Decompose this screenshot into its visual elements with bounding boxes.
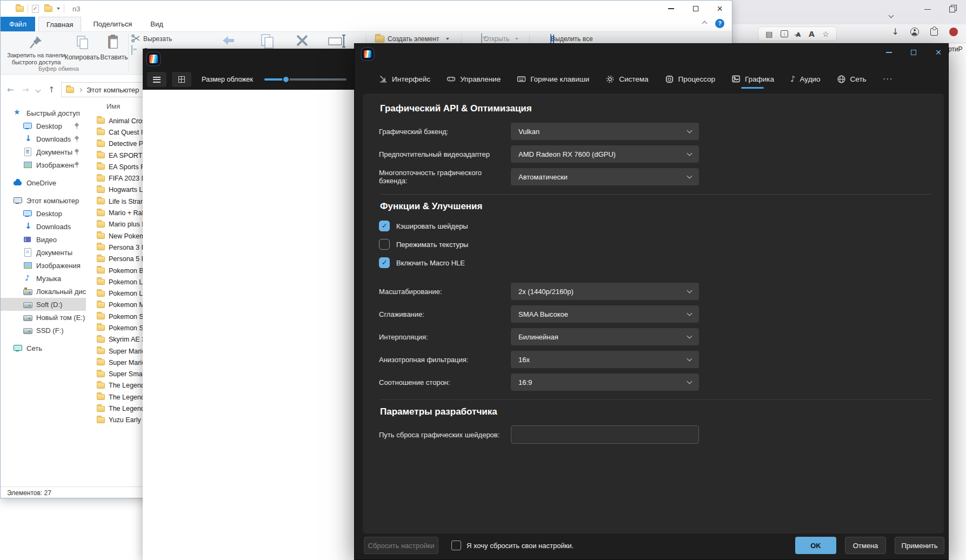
translate-page-icon[interactable]: A: [809, 30, 815, 38]
sidebar-item[interactable]: Видео: [1, 233, 86, 246]
apply-button[interactable]: Применить: [895, 537, 944, 554]
new-item-button[interactable]: Создать элемент: [388, 35, 439, 43]
copy-path-icon[interactable]: [131, 45, 132, 55]
sidebar-item[interactable]: Документы: [1, 145, 86, 158]
grid-view-button[interactable]: [172, 72, 191, 87]
checkbox-row[interactable]: Пережимать текстуры: [379, 239, 933, 250]
reading-list-icon[interactable]: ▤: [765, 30, 772, 38]
setting-dropdown[interactable]: AMD Radeon RX 7600 (dGPU): [511, 145, 699, 163]
sidebar-item[interactable]: Изображения: [1, 158, 86, 171]
copy-icon[interactable]: [75, 35, 89, 50]
sidebar-item[interactable]: Сеть: [1, 342, 86, 355]
reset-settings-button[interactable]: Сбросить настройки: [364, 537, 438, 554]
pin-icon[interactable]: [29, 35, 43, 50]
help-icon[interactable]: ?: [715, 19, 724, 28]
sidebar-item[interactable]: Новый том (E:): [1, 311, 86, 324]
browser-minimize-icon[interactable]: [924, 9, 931, 10]
tab-view[interactable]: Вид: [143, 17, 171, 31]
tab-interface[interactable]: Интерфейс: [379, 75, 430, 83]
paste-icon[interactable]: [106, 34, 121, 50]
shader-dump-path-input[interactable]: [511, 425, 699, 444]
select-all-button[interactable]: Выделить все: [551, 35, 593, 43]
setting-dropdown[interactable]: 16:9: [511, 374, 699, 391]
sidebar-item[interactable]: Музыка: [1, 272, 86, 285]
sidebar-item[interactable]: Документы: [1, 246, 86, 259]
setting-dropdown[interactable]: Билинейная: [511, 328, 699, 345]
setting-dropdown[interactable]: 16x: [511, 351, 699, 368]
setting-dropdown[interactable]: Vulkan: [511, 123, 699, 140]
back-icon[interactable]: ←: [7, 85, 14, 95]
setting-dropdown[interactable]: SMAA Высокое: [511, 305, 699, 323]
ok-button[interactable]: OK: [795, 537, 836, 554]
sidebar-item[interactable]: Downloads: [1, 220, 86, 233]
column-header-name[interactable]: Имя: [106, 102, 120, 110]
downloads-icon[interactable]: ↓: [892, 26, 899, 37]
setting-dropdown[interactable]: 2x (1440p/2160p): [511, 283, 699, 300]
tab-audio[interactable]: ♪ Аудио: [790, 75, 821, 83]
close-button[interactable]: [708, 1, 732, 17]
dialog-close-icon[interactable]: [933, 47, 944, 58]
copy-to-icon[interactable]: [259, 33, 275, 49]
checkbox[interactable]: [379, 239, 390, 250]
tab-dropdown-icon[interactable]: [889, 10, 893, 19]
extensions-icon[interactable]: [930, 28, 938, 36]
new-item-dropdown-icon[interactable]: [446, 38, 449, 40]
move-to-icon[interactable]: [220, 33, 236, 49]
folder-icon[interactable]: [16, 6, 24, 12]
sidebar-item[interactable]: OneDrive: [1, 176, 86, 189]
cut-button[interactable]: Вырезать: [143, 35, 172, 43]
tab-hotkeys[interactable]: Горячие клавиши: [517, 75, 589, 83]
slider-handle[interactable]: [282, 76, 290, 83]
sidebar-item[interactable]: SSD (F:): [1, 324, 86, 337]
extension-badge-icon[interactable]: [949, 28, 958, 36]
cover-size-slider[interactable]: [264, 78, 347, 81]
rename-icon[interactable]: [328, 33, 347, 49]
copy-button[interactable]: Копировать: [63, 54, 101, 61]
up-icon[interactable]: ↑: [48, 85, 55, 95]
profile-icon[interactable]: [910, 28, 919, 36]
sidebar-item[interactable]: Soft (D:): [1, 298, 86, 311]
sidebar-item[interactable]: Изображения: [1, 259, 86, 272]
maximize-button[interactable]: [683, 1, 708, 17]
recent-locations-icon[interactable]: [36, 88, 41, 93]
checkbox[interactable]: [379, 257, 390, 268]
collapse-ribbon-icon[interactable]: [702, 21, 708, 26]
tab-system[interactable]: Система: [605, 75, 648, 84]
tab-controls[interactable]: Управление: [447, 75, 501, 83]
favorite-star-icon[interactable]: ☆: [822, 30, 829, 38]
new-folder-icon[interactable]: [44, 6, 52, 12]
tab-overflow[interactable]: ···: [883, 74, 893, 84]
checkbox[interactable]: [379, 221, 390, 231]
cut-icon[interactable]: [131, 34, 140, 43]
sidebar-item[interactable]: Desktop: [1, 119, 86, 132]
tab-file[interactable]: Файл: [1, 17, 35, 31]
breadcrumb-this-pc[interactable]: Этот компьютер: [86, 86, 139, 94]
setting-dropdown[interactable]: Автоматически: [511, 168, 699, 185]
tab-network[interactable]: Сеть: [837, 75, 867, 84]
browser-window-controls[interactable]: [924, 6, 955, 12]
properties-icon[interactable]: [32, 5, 39, 13]
sidebar-item[interactable]: Быстрый доступ: [1, 106, 86, 119]
translate-icon[interactable]: ᴀ̶: [796, 30, 801, 38]
checkbox-row[interactable]: Включить Macro HLE: [379, 257, 933, 268]
checkbox-row[interactable]: Кэшировать шейдеры: [379, 221, 933, 231]
tab-share[interactable]: Поделиться: [85, 17, 139, 31]
sidebar-item[interactable]: Downloads: [1, 132, 86, 145]
confirm-reset-checkbox[interactable]: [451, 541, 461, 550]
dialog-restore-icon[interactable]: [908, 47, 919, 58]
qat-dropdown-icon[interactable]: [57, 8, 60, 10]
paste-button[interactable]: Вставить: [98, 54, 130, 61]
sidebar-item[interactable]: Desktop: [1, 207, 86, 220]
list-view-button[interactable]: [147, 72, 166, 87]
save-page-icon[interactable]: ↓: [781, 30, 788, 37]
sidebar-item[interactable]: Этот компьютер: [1, 194, 86, 207]
cancel-button[interactable]: Отмена: [845, 537, 886, 554]
pin-button[interactable]: Закрепить на панели быстрого доступа: [1, 52, 72, 66]
tab-graphics[interactable]: Графика: [731, 75, 774, 83]
open-button[interactable]: Открыть: [484, 35, 509, 43]
tab-cpu[interactable]: Процессор: [665, 75, 715, 84]
sidebar-item[interactable]: Локальный диск (C: [1, 285, 86, 298]
tab-home[interactable]: Главная: [38, 17, 81, 31]
dialog-minimize-icon[interactable]: [883, 47, 894, 58]
browser-restore-icon[interactable]: [949, 6, 955, 12]
